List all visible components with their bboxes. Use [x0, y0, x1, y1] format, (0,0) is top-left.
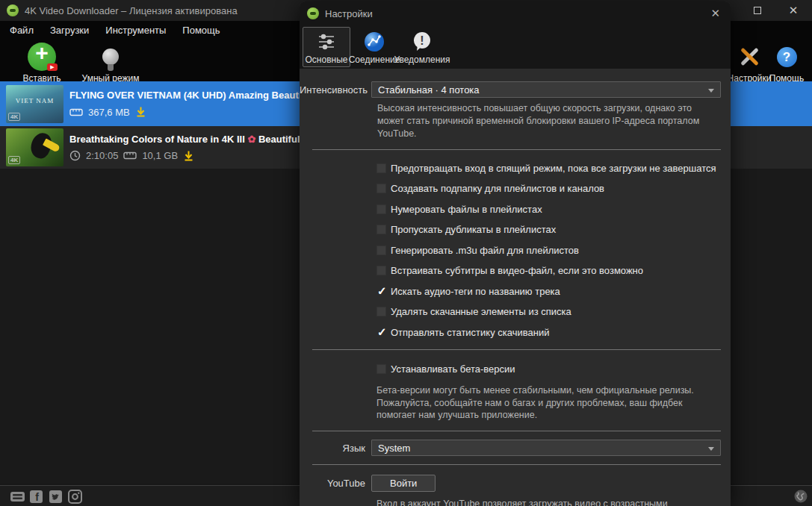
checkbox[interactable] [376, 364, 386, 374]
checkbox-row-3[interactable]: Нумеровать файлы в плейлистах [376, 199, 731, 220]
maximize-button[interactable] [750, 3, 765, 18]
divider [312, 149, 721, 150]
twitter-icon[interactable] [49, 490, 63, 504]
size-icon [123, 152, 137, 160]
video-title-1: FLYING OVER VIETNAM (4K UHD) Amazing Bea… [69, 90, 328, 101]
instagram-icon[interactable] [68, 490, 82, 504]
download-arrow-icon[interactable] [183, 150, 194, 162]
close-button[interactable]: ✕ [786, 3, 801, 18]
beta-label: Устанавливать бета-версии [391, 363, 515, 375]
tab-основные[interactable]: Основные [303, 27, 350, 67]
language-label: Язык [300, 443, 371, 454]
menu-item-2[interactable]: Загрузки [43, 22, 96, 38]
checkbox[interactable] [376, 266, 386, 275]
checkbox-label: Искать аудио-теги по названию трека [391, 286, 560, 297]
chevron-down-icon [708, 89, 714, 93]
checkbox-checked[interactable] [376, 287, 386, 296]
youtube-hint: Вход в аккаунт YouTube позволяет загружа… [376, 498, 701, 506]
globe-icon[interactable] [793, 489, 808, 506]
checkbox-row-8[interactable]: Удалять скачанные элементы из списка [376, 302, 731, 322]
checkbox-row-1[interactable]: Предотвращать вход в спящий режим, пока … [376, 158, 731, 179]
checkbox[interactable] [376, 163, 386, 173]
help-button[interactable]: ? Помощь [752, 42, 812, 84]
checkbox[interactable] [376, 307, 386, 316]
facebook-icon[interactable]: f [29, 490, 43, 504]
lightbulb-icon [76, 42, 145, 72]
notification-bubble-icon: ! [412, 30, 433, 54]
app-icon [7, 4, 19, 16]
menu-item-1[interactable]: Файл [3, 22, 40, 38]
checkbox-label: Отправлять статистику скачиваний [391, 327, 549, 338]
tab-label: Соединение [349, 54, 400, 65]
checkbox-row-7[interactable]: Искать аудио-теги по названию трека [376, 281, 731, 302]
video-thumbnail-1: VIET NAM 4K [6, 85, 63, 123]
tab-label: Уведомления [394, 54, 450, 65]
dialog-app-icon [307, 7, 319, 19]
paste-link-icon: ▶ [7, 42, 76, 72]
intensity-label: Интенсивность [300, 84, 371, 96]
youtube-badge-icon: ▶ [47, 63, 58, 71]
size-icon [69, 108, 83, 116]
dialog-tabbar: ОсновныеСоединение!Уведомления [300, 25, 731, 69]
divider [312, 464, 721, 465]
main-window-title: 4K Video Downloader – Лицензия активиров… [25, 5, 238, 16]
video-title-2: Breathtaking Colors of Nature in 4K III … [69, 134, 318, 145]
network-globe-icon [363, 30, 385, 54]
dialog-titlebar: Настройки ✕ [300, 1, 731, 25]
checkbox-row-2[interactable]: Создавать подпапку для плейлистов и кана… [376, 178, 731, 199]
checkbox-label: Предотвращать вход в спящий режим, пока … [391, 163, 716, 174]
youtube-icon[interactable] [10, 490, 24, 504]
tab-соединение[interactable]: Соединение [350, 27, 398, 67]
checkbox-label: Нумеровать файлы в плейлистах [391, 204, 542, 215]
tab-label: Основные [306, 54, 348, 65]
svg-text:f: f [35, 491, 39, 503]
sliders-icon [316, 30, 337, 54]
intensity-hint: Высокая интенсивность повышает общую ско… [377, 102, 701, 140]
question-icon: ? [752, 42, 812, 72]
checkbox-row-9[interactable]: Отправлять статистику скачиваний [376, 322, 731, 343]
settings-dialog: Настройки ✕ ОсновныеСоединение!Уведомлен… [300, 1, 731, 506]
checkbox-label: Создавать подпапку для плейлистов и кана… [391, 183, 604, 194]
checkbox-label: Встраивать субтитры в видео-файл, если э… [391, 265, 643, 276]
svg-text:!: ! [420, 34, 424, 47]
clock-icon [69, 150, 81, 161]
divider [312, 431, 721, 431]
divider [312, 349, 721, 350]
checkbox[interactable] [376, 246, 386, 255]
checkbox-label: Пропускать дубликаты в плейлистах [391, 224, 556, 235]
intensity-dropdown[interactable]: Стабильная · 4 потока [371, 81, 721, 98]
dialog-content: Интенсивность Стабильная · 4 потока Высо… [300, 69, 731, 506]
screen: 4K Video Downloader – Лицензия активиров… [0, 0, 812, 506]
dialog-close-icon[interactable]: ✕ [710, 7, 720, 20]
checkbox-label: Генерировать .m3u файл для плейлистов [391, 245, 579, 256]
checkbox[interactable] [376, 225, 386, 234]
checkbox-row-4[interactable]: Пропускать дубликаты в плейлистах [376, 219, 731, 240]
checkbox-row-5[interactable]: Генерировать .m3u файл для плейлистов [376, 240, 731, 261]
sign-in-button[interactable]: Войти [371, 475, 436, 492]
menu-item-4[interactable]: Помощь [176, 22, 226, 38]
dialog-title: Настройки [325, 8, 373, 19]
checkbox[interactable] [376, 204, 386, 214]
download-arrow-icon[interactable] [135, 106, 146, 118]
checkbox[interactable] [376, 184, 386, 193]
video-size-1: 367,6 MB [88, 107, 130, 118]
beta-checkbox-row[interactable]: Устанавливать бета-версии [376, 359, 731, 380]
general-checkboxes: Предотвращать вход в спящий режим, пока … [376, 158, 731, 343]
flower-emoji: ✿ [247, 134, 255, 145]
menu-item-3[interactable]: Инструменты [99, 22, 173, 38]
smart-mode-button[interactable]: Умный режим [76, 42, 145, 84]
checkbox-label: Удалять скачанные элементы из списка [391, 306, 571, 317]
video-duration-2: 2:10:05 [86, 150, 118, 161]
checkbox-row-6[interactable]: Встраивать субтитры в видео-файл, если э… [376, 260, 731, 281]
video-thumbnail-2: 4K [6, 128, 63, 166]
video-size-2: 10,1 GB [142, 150, 178, 161]
tab-уведомления[interactable]: !Уведомления [398, 27, 446, 67]
social-links: f [10, 490, 82, 504]
language-dropdown[interactable]: System [371, 440, 721, 456]
beta-hint: Бета-версии могут быть менее стабильными… [376, 384, 701, 422]
youtube-label: YouTube [300, 478, 371, 489]
chevron-down-icon [708, 447, 714, 451]
checkbox-checked[interactable] [376, 328, 386, 337]
